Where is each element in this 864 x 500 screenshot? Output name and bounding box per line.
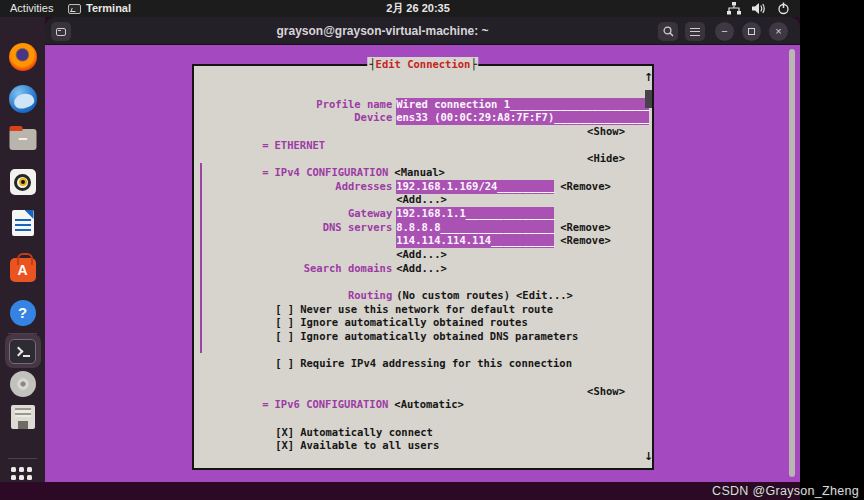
checkbox-label: Ignore automatically obtained DNS parame… bbox=[300, 330, 578, 342]
help-icon: ? bbox=[10, 300, 36, 326]
terminal-icon bbox=[9, 339, 36, 364]
checkbox-row-ignore-routes[interactable]: [ ]Ignore automatically obtained routes bbox=[212, 303, 647, 317]
dock-item-rhythmbox[interactable] bbox=[10, 169, 36, 195]
gnome-top-bar: Activities Terminal 2月 26 20:35 bbox=[0, 0, 800, 17]
ipv4-section-row: =IPv4 CONFIGURATION<Manual><Hide> bbox=[199, 152, 647, 166]
close-icon: × bbox=[775, 26, 781, 37]
minimize-button[interactable]: − bbox=[715, 22, 734, 41]
edit-connection-dialog: ┤Edit Connection├ Profile nameWired conn… bbox=[192, 64, 654, 470]
checkbox-label: Require IPv4 addressing for this connect… bbox=[300, 357, 572, 369]
dock-item-ubuntu-software[interactable]: A bbox=[10, 254, 36, 282]
hamburger-icon bbox=[690, 28, 700, 36]
checkbox-row-require-ipv4[interactable]: [ ]Require IPv4 addressing for this conn… bbox=[212, 344, 647, 358]
profile-name-row: Profile nameWired connection 1__________… bbox=[199, 84, 647, 98]
ipv6-show-button[interactable]: <Show> bbox=[587, 385, 625, 399]
terminal-content[interactable]: ┤Edit Connection├ Profile nameWired conn… bbox=[45, 45, 800, 482]
focused-app-label: Terminal bbox=[86, 0, 131, 17]
dock-item-floppy-drive[interactable] bbox=[11, 405, 35, 429]
address-add-row: <Add...> bbox=[199, 180, 647, 194]
terminal-titlebar[interactable]: grayson@grayson-virtual-machine: ~ − × bbox=[45, 17, 800, 45]
dns-row-2: 114.114.114.114__________<Remove> bbox=[199, 221, 647, 235]
window-glyph-icon bbox=[56, 28, 66, 36]
ethernet-section-label: ETHERNET bbox=[275, 139, 326, 151]
ipv6-mode-select[interactable]: <Automatic> bbox=[394, 398, 464, 410]
device-row: Deviceens33 (00:0C:29:A8:7F:F7)_________… bbox=[199, 98, 647, 112]
dock-item-firefox[interactable] bbox=[9, 43, 37, 71]
maximize-icon bbox=[748, 28, 755, 35]
device-input[interactable]: ens33 (00:0C:29:A8:7F:F7)_______________ bbox=[396, 111, 649, 125]
border-tick-right: ├ bbox=[470, 58, 476, 70]
routing-row: Routing(No custom routes)<Edit...> bbox=[199, 275, 647, 289]
search-domains-add-button[interactable]: <Add...> bbox=[396, 262, 447, 274]
power-icon bbox=[777, 2, 790, 15]
dock-item-thunderbird[interactable] bbox=[9, 85, 37, 113]
libreoffice-writer-icon bbox=[12, 210, 34, 236]
device-label: Device bbox=[262, 111, 392, 125]
scroll-up-icon[interactable]: ↑ bbox=[644, 71, 654, 85]
gateway-row: Gateway192.168.1.1______________ bbox=[199, 193, 647, 207]
dock-item-terminal-active[interactable] bbox=[5, 334, 41, 368]
section-bullet: = bbox=[262, 398, 268, 410]
active-app-highlight bbox=[5, 334, 41, 368]
activities-button[interactable]: Activities bbox=[10, 0, 53, 17]
checkbox-label: Available to all users bbox=[300, 439, 439, 451]
close-button[interactable]: × bbox=[769, 22, 788, 41]
search-button[interactable] bbox=[658, 22, 678, 41]
volume-icon bbox=[752, 2, 766, 15]
maximize-button[interactable] bbox=[742, 22, 761, 41]
focused-app-menu[interactable]: Terminal bbox=[68, 0, 131, 17]
search-icon bbox=[663, 26, 674, 37]
dialog-title: ┤Edit Connection├ bbox=[367, 57, 478, 71]
ipv6-section-label: IPv6 CONFIGURATION bbox=[275, 398, 389, 410]
clock[interactable]: 2月 26 20:35 bbox=[386, 0, 450, 17]
dock-item-cd-drive[interactable] bbox=[10, 371, 36, 397]
checkbox-row-auto-connect[interactable]: [X]Automatically connect bbox=[212, 412, 647, 426]
ubuntu-software-icon: A bbox=[10, 258, 36, 282]
rhythmbox-icon bbox=[10, 169, 36, 195]
system-tray[interactable] bbox=[727, 0, 790, 17]
dock-item-help[interactable]: ? bbox=[10, 300, 36, 326]
checkbox-row-all-users[interactable]: [X]Available to all users bbox=[212, 426, 647, 440]
dns-add-row: <Add...> bbox=[199, 234, 647, 248]
dialog-scrollbar-thumb[interactable] bbox=[645, 90, 652, 108]
menu-button[interactable] bbox=[685, 22, 705, 41]
ethernet-show-button[interactable]: <Show> bbox=[587, 125, 625, 139]
firefox-icon bbox=[9, 43, 37, 71]
desktop-screenshot: Activities Terminal 2月 26 20:35 bbox=[0, 0, 864, 500]
search-domains-row: Search domains<Add...> bbox=[199, 248, 647, 262]
checkbox-row-ignore-dns[interactable]: [ ]Ignore automatically obtained DNS par… bbox=[212, 316, 647, 330]
dns-row-1: DNS servers8.8.8.8__________________<Rem… bbox=[199, 207, 647, 221]
minimize-icon: − bbox=[721, 26, 727, 37]
search-domains-label: Search domains bbox=[262, 262, 392, 276]
csdn-watermark: CSDN @Grayson_Zheng bbox=[712, 484, 859, 498]
window-title: grayson@grayson-virtual-machine: ~ bbox=[165, 17, 600, 45]
dock-item-files[interactable] bbox=[9, 129, 36, 150]
thunderbird-icon bbox=[9, 85, 37, 113]
cd-disc-icon bbox=[10, 371, 36, 397]
dock-item-libreoffice-writer[interactable] bbox=[12, 210, 34, 236]
terminal-scrollbar[interactable] bbox=[789, 49, 795, 477]
dialog-title-text: Edit Connection bbox=[376, 58, 471, 70]
section-bullet: = bbox=[262, 139, 268, 151]
scroll-down-icon[interactable]: ↓ bbox=[644, 450, 654, 464]
floppy-disk-icon bbox=[11, 405, 35, 429]
ipv4-hide-button[interactable]: <Hide> bbox=[587, 152, 625, 166]
checkbox[interactable]: [X] bbox=[275, 439, 294, 451]
checkbox-row-never-default-route[interactable]: [ ]Never use this network for default ro… bbox=[212, 289, 647, 303]
vm-screen: Activities Terminal 2月 26 20:35 bbox=[0, 0, 800, 500]
checkbox[interactable]: [ ] bbox=[275, 330, 294, 342]
new-tab-button[interactable] bbox=[51, 22, 71, 41]
files-icon bbox=[9, 129, 36, 150]
network-icon bbox=[727, 2, 741, 15]
dock-separator bbox=[8, 458, 37, 459]
terminal-bottom-gap bbox=[0, 482, 800, 500]
ethernet-section-row: =ETHERNET<Show> bbox=[199, 125, 647, 139]
terminal-app-icon bbox=[68, 4, 81, 14]
ipv6-section-row: =IPv6 CONFIGURATION<Automatic><Show> bbox=[199, 385, 647, 399]
addresses-row: Addresses192.168.1.169/24_________<Remov… bbox=[199, 166, 647, 180]
dock: A ? bbox=[0, 17, 45, 484]
checkbox[interactable]: [ ] bbox=[275, 357, 294, 369]
